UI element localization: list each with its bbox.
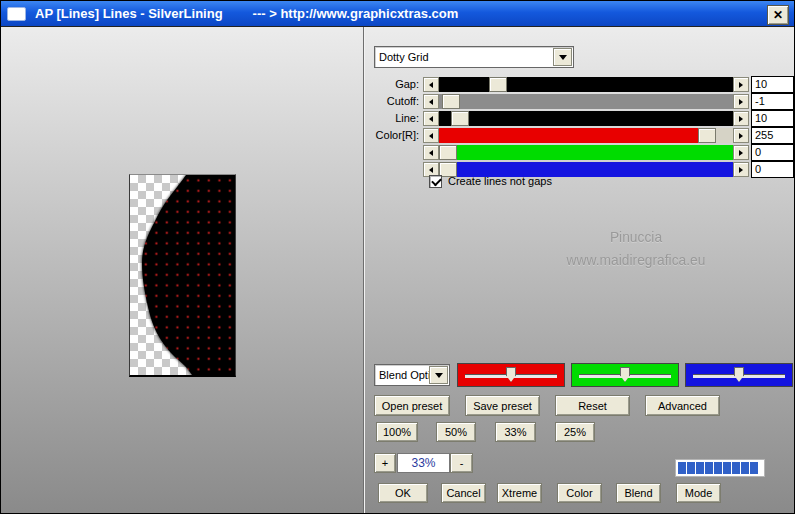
slider-track[interactable] xyxy=(439,145,733,160)
zoom-100-button[interactable]: 100% xyxy=(376,422,418,442)
zoom-33-button[interactable]: 33% xyxy=(495,422,536,442)
blend-red-channel-slider[interactable] xyxy=(457,363,565,387)
advanced-button[interactable]: Advanced xyxy=(645,395,720,416)
preset-dropdown[interactable]: Dotty Grid xyxy=(374,46,574,68)
window-icon xyxy=(7,7,26,21)
slider-value-color-b[interactable]: 0 xyxy=(751,161,794,178)
slider-right-arrow[interactable] xyxy=(733,162,749,177)
arrow-left-icon xyxy=(429,133,433,139)
mode-button[interactable]: Mode xyxy=(676,483,721,503)
preview-image[interactable] xyxy=(129,174,236,377)
open-preset-button[interactable]: Open preset xyxy=(374,395,450,416)
check-icon xyxy=(431,176,442,187)
slider-right-arrow[interactable] xyxy=(733,145,749,160)
blend-blue-channel-slider[interactable] xyxy=(685,363,793,387)
slider-right-arrow[interactable] xyxy=(733,77,749,92)
title-bar[interactable]: AP [Lines] Lines - SilverLining --- > ht… xyxy=(1,1,794,27)
slider-left-arrow[interactable] xyxy=(423,128,439,143)
slider-pointer[interactable] xyxy=(734,367,744,382)
create-lines-checkbox[interactable] xyxy=(429,175,442,188)
progress-segment xyxy=(741,462,749,474)
xtreme-button[interactable]: Xtreme xyxy=(497,483,542,503)
progress-segment xyxy=(750,462,758,474)
watermark: Pinuccia www.maidiregrafica.eu xyxy=(516,225,755,271)
color-button[interactable]: Color xyxy=(557,483,602,503)
slider-thumb[interactable] xyxy=(451,111,469,126)
slider-value-gap[interactable]: 10 xyxy=(751,76,794,93)
ok-button[interactable]: OK xyxy=(378,483,428,503)
blend-options-value: Blend Opti xyxy=(379,369,430,381)
slider-right-arrow[interactable] xyxy=(733,94,749,109)
slider-right-arrow[interactable] xyxy=(733,111,749,126)
window-title: AP [Lines] Lines - SilverLining xyxy=(35,6,223,21)
slider-pointer[interactable] xyxy=(620,367,630,382)
arrow-right-icon xyxy=(739,82,743,88)
slider-value-color-g[interactable]: 0 xyxy=(751,144,794,161)
arrow-left-icon xyxy=(429,99,433,105)
slider-value-line[interactable]: 10 xyxy=(751,110,794,127)
progress-segment xyxy=(723,462,731,474)
slider-label-line: Line: xyxy=(361,111,419,126)
slider-value-cutoff[interactable]: -1 xyxy=(751,93,794,110)
slider-cutoff[interactable] xyxy=(423,94,749,109)
close-button[interactable]: ✕ xyxy=(767,5,789,25)
arrow-right-icon xyxy=(739,150,743,156)
slider-thumb[interactable] xyxy=(698,128,716,143)
slider-color-green[interactable] xyxy=(423,145,749,160)
arrow-left-icon xyxy=(429,82,433,88)
slider-left-arrow[interactable] xyxy=(423,94,439,109)
arrow-right-icon xyxy=(739,116,743,122)
cancel-button[interactable]: Cancel xyxy=(441,483,486,503)
slider-thumb[interactable] xyxy=(489,77,507,92)
slider-line[interactable] xyxy=(423,111,749,126)
arrow-right-icon xyxy=(739,133,743,139)
slider-track[interactable] xyxy=(439,94,733,109)
blend-green-channel-slider[interactable] xyxy=(571,363,679,387)
slider-right-arrow[interactable] xyxy=(733,128,749,143)
slider-thumb[interactable] xyxy=(439,145,457,160)
plugin-dialog: AP [Lines] Lines - SilverLining --- > ht… xyxy=(0,0,795,514)
zoom-out-button[interactable]: - xyxy=(450,453,473,473)
chevron-down-icon xyxy=(559,55,567,60)
arrow-left-icon xyxy=(429,150,433,156)
slider-label-gap: Gap: xyxy=(361,77,419,92)
progress-segment xyxy=(714,462,722,474)
preview-render xyxy=(130,175,235,375)
arrow-right-icon xyxy=(739,99,743,105)
slider-label-color-r: Color[R]: xyxy=(361,128,419,143)
zoom-in-button[interactable]: + xyxy=(374,453,396,473)
zoom-level-display: 33% xyxy=(397,453,450,473)
arrow-left-icon xyxy=(429,116,433,122)
progress-segment xyxy=(732,462,740,474)
blend-button[interactable]: Blend xyxy=(616,483,661,503)
save-preset-button[interactable]: Save preset xyxy=(465,395,540,416)
slider-track[interactable] xyxy=(439,111,733,126)
slider-value-color-r[interactable]: 255 xyxy=(751,127,794,144)
slider-left-arrow[interactable] xyxy=(423,145,439,160)
slider-thumb[interactable] xyxy=(442,94,460,109)
arrow-left-icon xyxy=(429,167,433,173)
slider-track[interactable] xyxy=(439,77,733,92)
progress-segment xyxy=(696,462,704,474)
progress-bar xyxy=(675,459,765,477)
slider-left-arrow[interactable] xyxy=(423,77,439,92)
slider-left-arrow[interactable] xyxy=(423,111,439,126)
slider-pointer[interactable] xyxy=(506,367,516,382)
slider-gap[interactable] xyxy=(423,77,749,92)
watermark-line2: www.maidiregrafica.eu xyxy=(516,248,755,271)
preset-dropdown-arrow-button[interactable] xyxy=(553,48,572,66)
blend-dropdown-arrow-button[interactable] xyxy=(429,366,448,384)
zoom-25-button[interactable]: 25% xyxy=(555,422,595,442)
reset-button[interactable]: Reset xyxy=(555,395,630,416)
slider-track[interactable] xyxy=(439,128,733,143)
blend-options-dropdown[interactable]: Blend Opti xyxy=(374,364,450,386)
preset-dropdown-value: Dotty Grid xyxy=(379,51,429,63)
progress-segment xyxy=(678,462,686,474)
chevron-down-icon xyxy=(435,373,443,378)
zoom-50-button[interactable]: 50% xyxy=(436,422,476,442)
slider-color-red[interactable] xyxy=(423,128,749,143)
progress-segment xyxy=(705,462,713,474)
window-title-url: --- > http://www.graphicxtras.com xyxy=(253,6,459,21)
slider-fill-red xyxy=(439,128,704,143)
close-icon: ✕ xyxy=(773,8,783,22)
